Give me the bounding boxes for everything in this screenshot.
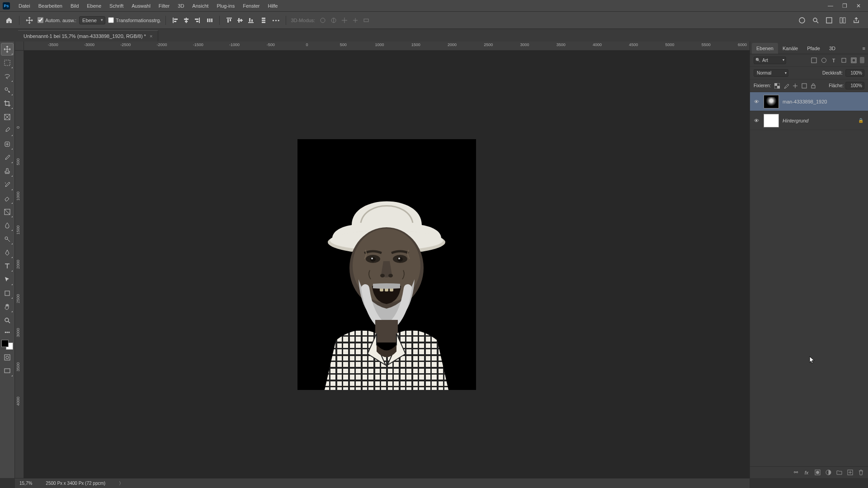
layer-name[interactable]: Hintergrund bbox=[783, 118, 854, 123]
adjustment-layer-icon[interactable] bbox=[825, 469, 832, 476]
blur-tool[interactable] bbox=[1, 220, 13, 231]
visibility-toggle-icon[interactable]: 👁 bbox=[753, 118, 760, 123]
tab-kanaele[interactable]: Kanäle bbox=[778, 43, 802, 54]
align-center-h-icon[interactable] bbox=[181, 15, 191, 25]
cloud-docs-icon[interactable] bbox=[797, 16, 807, 25]
eyedropper-tool[interactable] bbox=[1, 125, 13, 136]
layer-thumbnail[interactable] bbox=[764, 114, 779, 127]
menu-hilfe[interactable]: Hilfe bbox=[264, 0, 282, 12]
status-zoom[interactable]: 15,7% bbox=[19, 481, 32, 486]
layer-row[interactable]: 👁 man-4333898_1920 bbox=[750, 92, 868, 111]
distribute-v-icon[interactable] bbox=[259, 15, 269, 25]
quickmask-tool[interactable] bbox=[1, 352, 13, 363]
filter-smart-icon[interactable] bbox=[850, 57, 857, 64]
panel-menu-icon[interactable]: ≡ bbox=[860, 43, 868, 54]
visibility-toggle-icon[interactable]: 👁 bbox=[753, 99, 760, 104]
more-options-icon[interactable]: ••• bbox=[271, 15, 281, 25]
layer-kind-filter[interactable]: Art bbox=[754, 56, 807, 64]
marquee-tool[interactable] bbox=[1, 57, 13, 69]
lock-transparency-icon[interactable] bbox=[774, 82, 781, 89]
stamp-tool[interactable] bbox=[1, 165, 13, 177]
tab-3d[interactable]: 3D bbox=[825, 43, 840, 54]
lock-artboard-icon[interactable] bbox=[801, 82, 808, 89]
layer-mask-icon[interactable] bbox=[814, 469, 821, 476]
menu-plugins[interactable]: Plug-ins bbox=[212, 0, 239, 12]
menu-datei[interactable]: Datei bbox=[14, 0, 34, 12]
menu-bearbeiten[interactable]: Bearbeiten bbox=[34, 0, 66, 12]
arrange-docs-icon[interactable] bbox=[825, 16, 834, 25]
layer-name[interactable]: man-4333898_1920 bbox=[783, 99, 865, 104]
menu-bild[interactable]: Bild bbox=[66, 0, 83, 12]
crop-tool[interactable] bbox=[1, 98, 13, 109]
maximize-button[interactable]: ❐ bbox=[838, 1, 851, 10]
blend-mode-select[interactable]: Normal bbox=[754, 69, 788, 77]
ruler-horizontal[interactable]: -3500 -3000 -2500 -2000 -1500 -1000 -500… bbox=[24, 42, 750, 51]
share-icon[interactable] bbox=[852, 16, 861, 25]
frame-tool[interactable] bbox=[1, 111, 13, 123]
history-brush-tool[interactable] bbox=[1, 179, 13, 191]
screen-mode-tool[interactable] bbox=[1, 365, 13, 377]
align-right-icon[interactable] bbox=[192, 15, 202, 25]
filter-pixel-icon[interactable] bbox=[810, 57, 817, 64]
lock-all-icon[interactable] bbox=[810, 82, 817, 89]
pen-tool[interactable] bbox=[1, 247, 13, 258]
fill-field[interactable]: 100% bbox=[845, 82, 864, 89]
status-chevron-icon[interactable]: 〉 bbox=[119, 480, 123, 487]
filter-type-icon[interactable]: T bbox=[830, 57, 837, 64]
canvas[interactable] bbox=[24, 51, 750, 478]
distribute-h-icon[interactable] bbox=[205, 15, 215, 25]
menu-3d[interactable]: 3D bbox=[174, 0, 188, 12]
gradient-tool[interactable] bbox=[1, 206, 13, 218]
layer-row[interactable]: 👁 Hintergrund 🔒 bbox=[750, 111, 868, 130]
menu-auswahl[interactable]: Auswahl bbox=[127, 0, 155, 12]
align-top-icon[interactable] bbox=[224, 15, 234, 25]
eraser-tool[interactable] bbox=[1, 192, 13, 204]
tab-pfade[interactable]: Pfade bbox=[802, 43, 825, 54]
lock-icon[interactable]: 🔒 bbox=[858, 118, 863, 123]
color-swatches[interactable] bbox=[1, 340, 13, 350]
menu-filter[interactable]: Filter bbox=[155, 0, 174, 12]
lock-position-icon[interactable] bbox=[792, 82, 799, 89]
document-tab[interactable]: Unbenannt-1 bei 15,7% (man-4333898_1920,… bbox=[18, 30, 158, 42]
type-tool[interactable] bbox=[1, 260, 13, 272]
new-layer-icon[interactable] bbox=[846, 469, 854, 476]
dodge-tool[interactable] bbox=[1, 233, 13, 245]
menu-fenster[interactable]: Fenster bbox=[239, 0, 264, 12]
align-bottom-icon[interactable] bbox=[246, 15, 256, 25]
menu-schrift[interactable]: Schrift bbox=[105, 0, 127, 12]
lasso-tool[interactable] bbox=[1, 70, 13, 82]
brush-tool[interactable] bbox=[1, 152, 13, 164]
foreground-color-swatch[interactable] bbox=[1, 340, 9, 347]
transform-controls-checkbox[interactable]: Transformationsstrg. bbox=[108, 17, 161, 23]
ruler-vertical[interactable]: 0 500 1000 1500 2000 2500 3000 3500 4000 bbox=[15, 51, 24, 478]
filter-shape-icon[interactable] bbox=[840, 57, 847, 64]
hand-tool[interactable] bbox=[1, 301, 13, 313]
zoom-tool[interactable] bbox=[1, 314, 13, 326]
layer-thumbnail[interactable] bbox=[764, 95, 779, 108]
auto-select-target[interactable]: Ebene bbox=[79, 16, 105, 24]
opacity-field[interactable]: 100% bbox=[845, 69, 864, 77]
align-left-icon[interactable] bbox=[170, 15, 180, 25]
align-center-v-icon[interactable] bbox=[235, 15, 245, 25]
search-icon[interactable] bbox=[811, 16, 820, 25]
delete-layer-icon[interactable] bbox=[857, 469, 864, 476]
workspace-icon[interactable] bbox=[838, 16, 847, 25]
auto-select-checkbox[interactable]: Autom. ausw.: bbox=[38, 17, 76, 23]
close-tab-icon[interactable]: × bbox=[150, 33, 152, 39]
edit-toolbar-icon[interactable]: ••• bbox=[1, 328, 13, 336]
menu-ebene[interactable]: Ebene bbox=[83, 0, 105, 12]
minimize-button[interactable]: — bbox=[824, 1, 837, 10]
move-tool[interactable] bbox=[1, 43, 13, 55]
lock-pixels-icon[interactable] bbox=[783, 82, 790, 89]
tab-ebenen[interactable]: Ebenen bbox=[752, 43, 778, 54]
quick-select-tool[interactable] bbox=[1, 84, 13, 96]
status-doc-info[interactable]: 2500 Px x 3400 Px (72 ppcm) bbox=[46, 481, 105, 486]
healing-tool[interactable] bbox=[1, 138, 13, 150]
close-button[interactable]: ✕ bbox=[852, 1, 865, 10]
layer-style-icon[interactable]: fx bbox=[803, 469, 810, 476]
home-icon[interactable] bbox=[4, 15, 14, 26]
filter-adjust-icon[interactable] bbox=[820, 57, 827, 64]
document-image[interactable] bbox=[297, 139, 476, 390]
move-tool-indicator-icon[interactable] bbox=[24, 15, 35, 26]
path-select-tool[interactable] bbox=[1, 274, 13, 286]
